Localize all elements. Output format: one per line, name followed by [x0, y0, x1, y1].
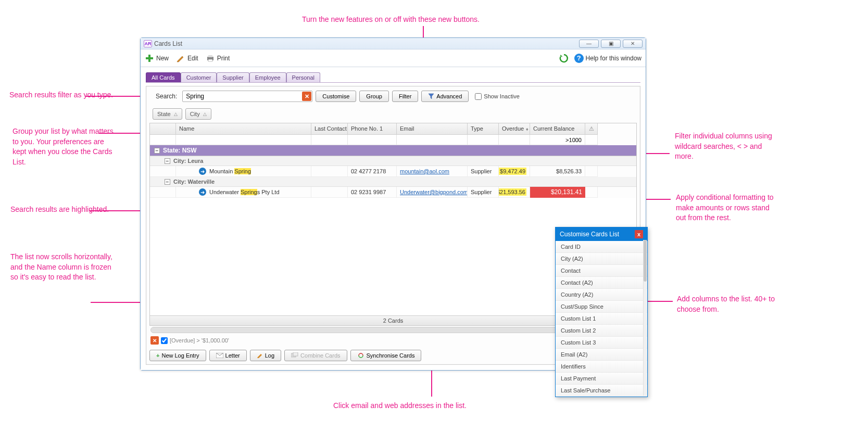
- help-link[interactable]: ? Help for this window: [574, 54, 641, 63]
- filter-enabled-checkbox[interactable]: [161, 337, 168, 344]
- maximize-button[interactable]: ▣: [601, 40, 621, 48]
- annotation-condfmt: Apply conditional formatting to make amo…: [676, 193, 780, 223]
- col-alert[interactable]: ⚠: [585, 123, 598, 135]
- cell-name: ➜ Mountain Spring: [176, 166, 311, 177]
- filter-pin-icon: ⬧: [525, 125, 529, 132]
- list-item[interactable]: Email (A2): [556, 349, 647, 361]
- collapse-icon[interactable]: −: [154, 148, 160, 154]
- col-phone1[interactable]: Phone No. 1: [348, 123, 397, 135]
- open-card-icon[interactable]: ➜: [199, 168, 206, 175]
- cell-overdue: $21,593.56: [499, 187, 530, 198]
- col-handle[interactable]: [150, 123, 176, 135]
- table-row[interactable]: ➜ Mountain Spring 02 4277 2178 mountain@…: [150, 166, 636, 177]
- list-item[interactable]: City (A2): [556, 253, 647, 265]
- group-chip-state[interactable]: State △: [153, 108, 182, 120]
- col-last-contact[interactable]: Last Contact: [311, 123, 348, 135]
- pencil-icon: [257, 352, 263, 359]
- list-item[interactable]: Custom List 1: [556, 313, 647, 325]
- cell-phone: 02 4277 2178: [348, 166, 397, 177]
- show-inactive-input[interactable]: [475, 93, 482, 100]
- advanced-button[interactable]: Advanced: [421, 91, 469, 102]
- list-item[interactable]: Card ID: [556, 241, 647, 253]
- list-item[interactable]: Contact: [556, 265, 647, 277]
- printer-icon: [206, 54, 215, 63]
- filter-summary-text: [Overdue] > '$1,000.00': [170, 337, 229, 344]
- cell-current-balance: $20,131.41: [530, 187, 585, 198]
- customise-button[interactable]: Customise: [316, 91, 356, 102]
- svg-rect-4: [208, 59, 212, 61]
- plus-icon: [145, 54, 154, 63]
- sync-icon: [357, 352, 364, 359]
- cell-email: mountain@aol.com: [397, 166, 468, 177]
- group-city2-label: City: Waterville: [173, 179, 215, 185]
- tab-supplier[interactable]: Supplier: [217, 72, 249, 82]
- print-button[interactable]: Print: [206, 54, 230, 63]
- refresh-button[interactable]: [559, 53, 569, 63]
- filter-button[interactable]: Filter: [392, 91, 418, 102]
- chip-state-label: State: [157, 111, 171, 117]
- search-input[interactable]: [182, 91, 312, 102]
- annotation-search: Search results filter as you type.: [9, 90, 113, 100]
- cell-phone: 02 9231 9987: [348, 187, 397, 198]
- cell-type: Supplier: [468, 166, 499, 177]
- clear-filter-button[interactable]: ✕: [150, 336, 159, 345]
- open-card-icon[interactable]: ➜: [199, 188, 206, 196]
- list-item[interactable]: Cust/Supp Since: [556, 301, 647, 313]
- edit-label: Edit: [187, 55, 198, 62]
- filter-current-balance-input[interactable]: [532, 136, 583, 144]
- tab-personal[interactable]: Personal: [286, 72, 320, 82]
- tab-employee[interactable]: Employee: [249, 72, 286, 82]
- synchronise-cards-button[interactable]: Synchronise Cards: [350, 350, 422, 361]
- col-type[interactable]: Type: [468, 123, 499, 135]
- table-row[interactable]: ➜ Underwater Springs Pty Ltd 02 9231 998…: [150, 187, 636, 198]
- email-link[interactable]: mountain@aol.com: [400, 168, 449, 174]
- tab-customer[interactable]: Customer: [181, 72, 217, 82]
- sort-asc-icon: △: [203, 111, 207, 117]
- list-item[interactable]: Custom List 3: [556, 337, 647, 349]
- col-email[interactable]: Email: [397, 123, 468, 135]
- email-link[interactable]: Underwater@bigpond.com.au: [400, 189, 468, 195]
- show-inactive-checkbox[interactable]: Show Inactive: [475, 93, 519, 100]
- clear-search-button[interactable]: ✕: [302, 92, 311, 101]
- advanced-label: Advanced: [436, 93, 462, 99]
- main-toolbar: New Edit Print ? Help for this window: [141, 49, 646, 67]
- combine-cards-button[interactable]: Combine Cards: [284, 350, 347, 361]
- close-window-button[interactable]: ✕: [623, 40, 643, 48]
- edit-button[interactable]: Edit: [176, 54, 198, 63]
- svg-rect-3: [208, 55, 212, 57]
- new-label: New: [156, 55, 169, 62]
- app-badge: AR: [144, 40, 152, 47]
- group-city-leura[interactable]: − City: Leura: [150, 156, 636, 166]
- col-name[interactable]: Name: [176, 123, 311, 135]
- minimize-button[interactable]: —: [579, 40, 599, 48]
- list-item[interactable]: Contact (A2): [556, 277, 647, 289]
- popup-title-text: Customise Cards List: [560, 231, 619, 238]
- list-item[interactable]: Custom List 2: [556, 325, 647, 337]
- group-chip-city[interactable]: City △: [185, 108, 211, 120]
- list-item[interactable]: Last Payment: [556, 373, 647, 385]
- group-button[interactable]: Group: [359, 91, 389, 102]
- cell-overdue: $9,472.49: [499, 166, 530, 177]
- list-item[interactable]: Last Sale/Purchase: [556, 385, 647, 397]
- tab-all-cards[interactable]: All Cards: [146, 72, 181, 82]
- plus-icon: +: [156, 352, 159, 359]
- collapse-icon[interactable]: −: [165, 179, 170, 185]
- new-log-entry-button[interactable]: + New Log Entry: [149, 350, 206, 361]
- group-city-waterville[interactable]: − City: Waterville: [150, 177, 636, 187]
- group-state-nsw[interactable]: − State: NSW: [150, 145, 636, 156]
- col-current-balance[interactable]: Current Balance: [530, 123, 585, 135]
- list-item[interactable]: Identifiers: [556, 361, 647, 373]
- log-button[interactable]: Log: [250, 350, 281, 361]
- group-city1-label: City: Leura: [173, 158, 203, 164]
- collapse-icon[interactable]: −: [165, 158, 170, 164]
- popup-scrollbar[interactable]: [643, 240, 647, 396]
- popup-close-button[interactable]: x: [635, 230, 643, 238]
- col-overdue[interactable]: Overdue ⬧: [499, 123, 530, 135]
- svg-rect-1: [146, 57, 153, 59]
- customise-cards-popup[interactable]: Customise Cards List x Card ID City (A2)…: [555, 227, 648, 397]
- list-item[interactable]: Country (A2): [556, 289, 647, 301]
- letter-button[interactable]: Letter: [209, 350, 247, 361]
- funnel-icon: [428, 93, 434, 99]
- pencil-icon: [176, 54, 185, 63]
- new-button[interactable]: New: [145, 54, 169, 63]
